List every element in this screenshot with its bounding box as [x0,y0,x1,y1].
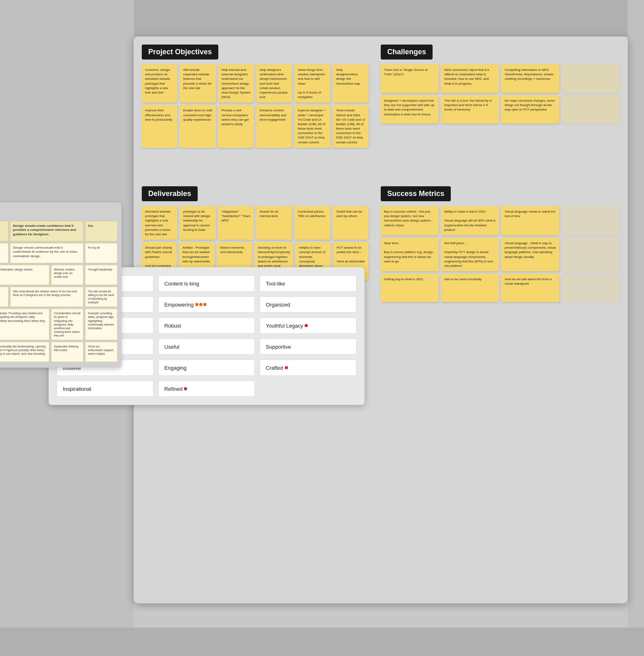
sticky-ch-2-4 [562,95,620,124]
sticky-ch-2-3: No major structural changes, some things… [501,95,559,124]
sticky-sm-2-2: Not fluff piece -Hopefully PCT design is… [441,238,499,271]
sticky-sm-2-4 [562,238,620,271]
challenges-row1: There isn't a "Single Source of Truth" (… [381,64,620,93]
sticky-po-1-6: Help designers/devs design the ServiceNo… [333,64,369,102]
attr-cell-3-3: The site should be willing to do the wor… [85,287,117,307]
sticky-sm-1-1: Buy in success criteria - Not just any d… [381,206,439,235]
attr-cell-2-3: Minimal, modern design over an ornate lo… [51,265,83,285]
attr-cell-2-2: Sophisticated, design refined [0,265,49,285]
attr-row-1: Cover use of negative space Design shoul… [0,243,117,263]
bp-supportive: Supportive [260,339,356,355]
bp-crafted: Crafted [260,360,356,376]
challenges-row2: Designers + developers report that they … [381,95,620,124]
success-metrics-row3: Getting buy-in Real in 2021 Has to be us… [381,274,620,302]
attr-cell-1-1: Cover use of negative space [0,243,9,263]
sticky-sm-3-2: Has to be used eventually [441,274,499,302]
attr-header-row: Should be the Now Design System Design s… [0,221,117,241]
bp-youthful-legacy: Youthful Legacy [260,317,356,334]
attr-col-header-3: Sou [85,221,117,241]
bp-label-organized: Organized [266,302,290,308]
attr-col-header-1: Should be the Now Design System [0,221,9,241]
sticky-ch-1-4 [562,64,620,93]
bp-label-useful: Useful [164,344,179,350]
attr-cell-3-1: Purposely conveys complex images & examp… [0,287,9,307]
bp-inspirational: Inspirational [57,381,154,397]
bp-refined: Refined [158,381,255,397]
sticky-ch-1-2: NDS consumers report that it is difficul… [441,64,499,93]
sticky-sm-3-3: How do we talk about this from a visual … [501,274,559,302]
attr-cell-4-3: Consideration should be given to integra… [51,309,83,340]
sticky-d-1-4: Assets for an internal deck [256,206,292,240]
crafted-dot [285,366,288,369]
sticky-po-1-3: Help internal and external designers und… [218,64,254,102]
empowering-dot2 [199,303,203,306]
bp-label-empowering: Empowering [164,302,194,308]
sticky-ch-2-1: Designers + developers report that they … [381,95,439,124]
sticky-po-2-5: Improve designer + writer + developer VS… [294,105,330,148]
project-objectives-row1: Conceive, design, and produce an animate… [142,64,369,102]
attr-cell-3-2: Site understands the release nature of o… [10,287,83,307]
attribute-notes-section: Attribute Notes Should be the Now Design… [0,202,122,368]
sticky-po-1-2: Will include expanded website features t… [180,64,215,102]
attr-cell-5-4: Show our enthusiastic support, where hel… [85,342,117,362]
bg-right [628,0,644,656]
sticky-sm-1-2: Ability to make it real in 2021Visual la… [441,206,499,235]
attr-cell-2-4: Thought leadership [85,265,117,285]
attr-row-2: Designers to show principles, illustrati… [0,265,117,285]
sticky-po-2-2: Enable them to craft consistent and high… [180,105,215,148]
sticky-po-1-4: Help designers understand other design f… [256,64,292,102]
bp-label-supportive: Supportive [266,344,291,350]
bp-label-crafted: Crafted [266,365,283,371]
bp-useful: Useful [158,339,255,355]
sticky-po-2-4: Enhance content discoverability and driv… [256,105,292,148]
empowering-dot [195,303,198,306]
sticky-sm-3-4 [562,274,620,302]
bp-label-inspirational: Inspirational [63,386,91,392]
sticky-d-1-6: Toolkit that can be used by others [333,206,369,240]
sticky-po-2-3: Provide a self-service ecosystem where t… [218,105,254,148]
bp-content-is-king: Content is king [158,275,255,292]
empowering-dot3 [203,303,207,306]
bp-label-engaging: Engaging [164,365,187,371]
sticky-sm-1-4 [562,206,620,235]
sticky-d-1-1: Animated website prototype that highligh… [142,206,177,240]
sticky-sm-2-1: Near term -Buy in across platform org, d… [381,238,439,271]
success-metrics-header: Success Metrics [381,186,451,201]
project-objectives-header: Project Objectives [142,45,218,60]
attr-col-header-2: Design should create confidence that it … [10,221,83,241]
bp-empowering: Empowering [158,296,255,313]
attr-cell-1-3: For by de [85,243,117,263]
youthful-legacy-dot [305,324,308,327]
attr-row-5: Include by example – show things like sa… [0,342,117,362]
sticky-sm-1-3: Visual language needs to stand the test … [501,206,559,235]
challenges-section: Challenges There isn't a "Single Source … [381,45,620,124]
bp-label-content-is-king: Content is king [164,281,199,287]
bp-engaging: Engaging [158,360,255,376]
project-objectives-section: Project Objectives Conceive, design, and… [142,45,369,148]
sticky-d-1-5: Contextual pieces TBD on wireframes [294,206,330,240]
sticky-ch-1-3: Competing information in NDS: SharePoint… [501,64,559,93]
attr-cell-4-2: Example: Providing case studies and inte… [0,309,49,340]
bp-label-youthful-legacy: Youthful Legacy [266,323,303,329]
success-metrics-row1: Buy in success criteria - Not just any d… [381,206,620,235]
sticky-d-1-3: "Happiness" "Satisfaction" "Team NPS" [218,206,254,240]
attr-cell-5-2: Functionality like bookmarking, opening … [0,342,49,362]
bp-label-robust: Robust [164,323,181,329]
bp-empty [260,381,356,397]
sticky-sm-3-1: Getting buy-in Real in 2021 [381,274,439,302]
refined-dot [184,387,187,390]
sticky-d-1-2: prototype to be shared with design leade… [180,206,215,240]
bp-robust: Robust [158,317,255,334]
sticky-ch-2-2: The site is a tool, the hierarchy is imp… [441,95,499,124]
attr-cell-5-3: Systematic thinking that scales [51,342,83,362]
sticky-sm-2-3: Visual language - What is way to present… [501,238,559,271]
bg-bottom [0,628,644,656]
attr-row-4: Visually showing real-world examples (ca… [0,309,117,340]
sticky-po-2-6: Tools include Sketch and IDEs like VS Co… [333,105,369,148]
sticky-po-1-1: Conceive, design, and produce an animate… [142,64,177,102]
bp-tool-like: Tool-like [260,275,356,292]
attr-cell-4-4: Example: providing dates, progress tags,… [85,309,117,340]
bp-label-tool-like: Tool-like [266,281,285,287]
bp-organized: Organized [260,296,356,313]
deliverables-header: Deliverables [142,186,198,201]
